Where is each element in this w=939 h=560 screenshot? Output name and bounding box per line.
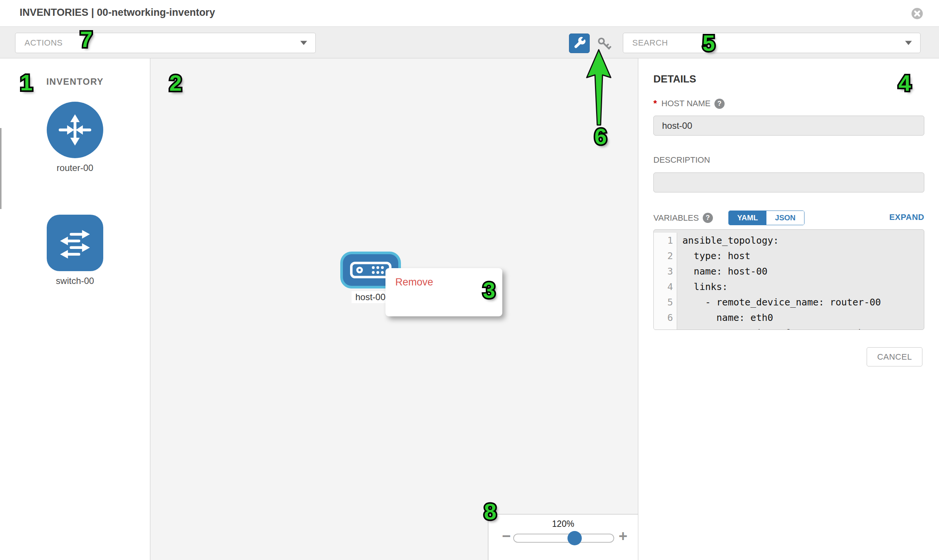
code-text: name: host-00 — [677, 264, 768, 279]
zoom-level-value: 120% — [488, 519, 638, 529]
line-number: 6 — [654, 310, 677, 325]
chevron-down-icon — [300, 41, 307, 45]
code-line: 3 name: host-00 — [654, 264, 924, 279]
key-credentials-button[interactable] — [595, 35, 614, 53]
page-title: INVENTORIES | 00-networking-inventory — [20, 7, 215, 18]
router-icon — [47, 102, 103, 158]
palette-device-router[interactable]: router-00 — [0, 102, 150, 173]
line-number: 7 — [654, 325, 677, 330]
line-number: 5 — [654, 294, 677, 310]
description-label-row: DESCRIPTION — [654, 155, 710, 165]
zoom-control-panel: 120% − + — [488, 514, 638, 560]
sidebar-scrollbar[interactable] — [0, 128, 2, 209]
context-menu-item-remove[interactable]: Remove — [385, 272, 502, 292]
close-icon — [911, 8, 923, 20]
line-number: 1 — [654, 233, 677, 248]
switch-icon — [47, 215, 103, 271]
host-node-label: host-00 — [352, 291, 389, 303]
code-text: remote_interface_name: eth0 — [677, 325, 870, 330]
code-text: ansible_topology: — [677, 233, 779, 248]
inventory-topology-page: INVENTORIES | 00-networking-inventory AC… — [0, 0, 939, 560]
code-text: - remote_device_name: router-00 — [677, 294, 881, 310]
code-line: 7 remote_interface_name: eth0 — [654, 325, 924, 330]
variables-label: VARIABLES — [654, 213, 699, 223]
cancel-button[interactable]: CANCEL — [867, 347, 922, 366]
page-header: INVENTORIES | 00-networking-inventory — [0, 0, 939, 26]
node-context-menu: Details Remove — [385, 268, 502, 316]
host-name-input[interactable] — [654, 115, 924, 135]
variables-code-editor[interactable]: 1 ansible_topology: 2 type: host 3 name:… — [654, 229, 924, 330]
variables-label-row: VARIABLES — [654, 213, 713, 223]
actions-dropdown-label: ACTIONS — [25, 38, 63, 48]
code-text: name: eth0 — [677, 310, 773, 325]
inventory-sidebar: INVENTORY router-00 — [0, 58, 150, 560]
zoom-out-button[interactable]: − — [500, 528, 513, 544]
line-number: 4 — [654, 279, 677, 294]
description-label: DESCRIPTION — [654, 155, 710, 165]
help-icon[interactable] — [703, 213, 713, 223]
description-input[interactable] — [654, 172, 924, 192]
close-button[interactable] — [911, 8, 923, 20]
palette-device-switch[interactable]: switch-00 — [0, 215, 150, 286]
details-panel: DETAILS * HOST NAME DESCRIPTION VARIABLE… — [638, 58, 939, 560]
toolbar: ACTIONS SEARCH — [0, 26, 939, 58]
device-label: router-00 — [57, 163, 93, 173]
tab-json[interactable]: JSON — [766, 211, 804, 225]
wrench-icon — [573, 37, 586, 50]
help-icon[interactable] — [714, 98, 725, 109]
variables-format-toggle: YAML JSON — [728, 211, 805, 225]
inventory-sidebar-title: INVENTORY — [0, 77, 150, 87]
variables-header-row: VARIABLES YAML JSON EXPAND — [654, 211, 924, 226]
code-line: 6 name: eth0 — [654, 310, 924, 325]
search-dropdown-label: SEARCH — [632, 38, 668, 48]
chevron-down-icon — [905, 41, 912, 45]
tab-yaml[interactable]: YAML — [729, 211, 766, 225]
line-number: 3 — [654, 264, 677, 279]
device-label: switch-00 — [56, 276, 94, 286]
code-line: 5 - remote_device_name: router-00 — [654, 294, 924, 310]
details-panel-title: DETAILS — [654, 74, 696, 85]
code-text: type: host — [677, 248, 751, 264]
zoom-slider-handle[interactable] — [567, 531, 582, 545]
required-asterisk: * — [654, 98, 657, 109]
search-dropdown[interactable]: SEARCH — [623, 33, 920, 53]
host-name-label-row: * HOST NAME — [654, 98, 725, 109]
line-number: 2 — [654, 248, 677, 264]
code-line: 2 type: host — [654, 248, 924, 264]
expand-link[interactable]: EXPAND — [889, 212, 924, 222]
actions-dropdown[interactable]: ACTIONS — [15, 33, 316, 53]
code-line: 1 ansible_topology: — [654, 233, 924, 248]
code-line: 4 links: — [654, 279, 924, 294]
toggle-toolbox-button[interactable] — [569, 34, 590, 53]
key-icon — [596, 36, 612, 52]
zoom-in-button[interactable]: + — [617, 528, 630, 544]
code-text: links: — [677, 279, 728, 294]
topology-canvas[interactable]: host-00 Details Remove 120% − + — [150, 58, 638, 560]
zoom-slider-track[interactable] — [513, 534, 614, 543]
host-name-label: HOST NAME — [661, 98, 710, 108]
